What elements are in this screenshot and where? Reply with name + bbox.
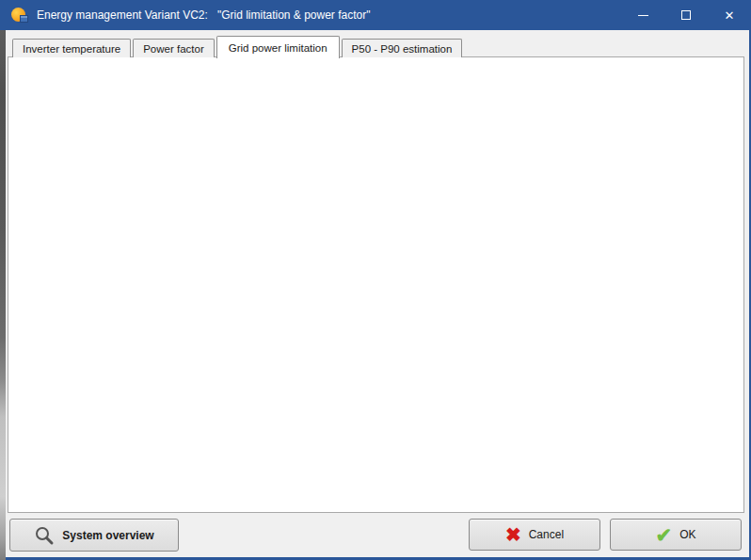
cancel-button[interactable]: ✖ Cancel [469,519,600,551]
cancel-label: Cancel [529,528,564,541]
maximize-button[interactable] [664,0,708,30]
system-overview-label: System overview [62,529,153,542]
tab-inverter-temperature[interactable]: Inverter temperature [12,39,131,57]
minimize-icon [638,15,648,16]
close-icon: ✕ [725,9,735,22]
ok-check-icon: ✔ [656,525,673,545]
ok-label: OK [679,528,695,541]
maximize-icon [681,10,691,20]
ok-button[interactable]: ✔ OK [610,519,742,551]
tab-power-factor[interactable]: Power factor [133,39,215,57]
background-window-strip [0,30,6,560]
system-overview-button[interactable]: System overview [9,519,179,552]
dialog-window: Energy management Variant VC2: "Grid lim… [0,0,751,560]
cube-icon [20,15,28,23]
tab-content-panel [8,56,744,513]
window-title: Energy management Variant VC2: "Grid lim… [37,8,370,22]
close-button[interactable]: ✕ [708,0,751,30]
tab-bar: Inverter temperature Power factor Grid p… [12,35,464,57]
magnifier-icon [34,525,55,546]
tab-grid-power-limitation[interactable]: Grid power limitation [216,36,340,58]
window-controls: ✕ [621,0,751,30]
cancel-x-icon: ✖ [505,525,521,544]
app-icon [11,7,28,24]
title-bar: Energy management Variant VC2: "Grid lim… [0,0,751,30]
tab-p50-p90-estimation[interactable]: P50 - P90 estimation [342,39,463,57]
minimize-button[interactable] [621,0,664,30]
